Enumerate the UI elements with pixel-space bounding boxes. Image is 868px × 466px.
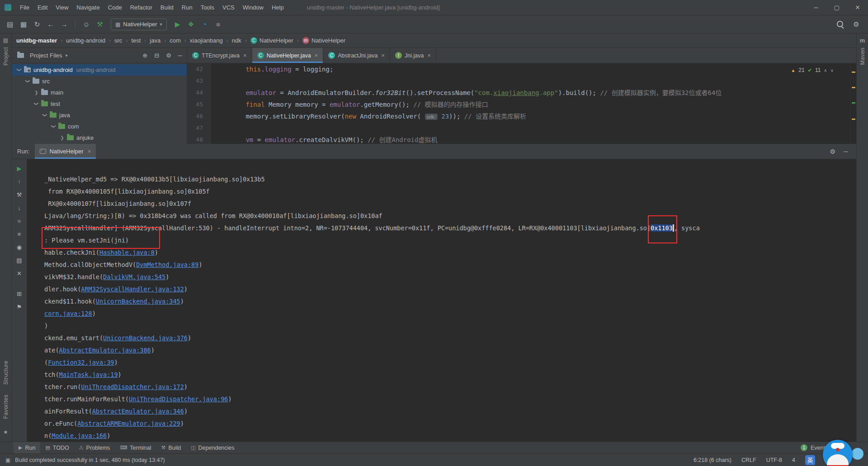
- locate-file-icon[interactable]: ⊕: [142, 52, 147, 59]
- doraemon-sticker[interactable]: [823, 440, 853, 466]
- close-tab-icon[interactable]: ×: [427, 52, 431, 59]
- tool-window-todo[interactable]: ▤TODO: [40, 442, 74, 453]
- code-line[interactable]: 48 vm = emulator.createDalvikVM(); // 创建…: [187, 134, 850, 144]
- build-project-icon[interactable]: ⚒: [94, 18, 106, 31]
- close-tab-icon[interactable]: ×: [243, 52, 247, 59]
- indent-size[interactable]: 4: [792, 457, 795, 463]
- tool-window-build[interactable]: ⚒Build: [156, 442, 186, 453]
- minimize-button[interactable]: ─: [806, 0, 826, 15]
- stack-trace-link[interactable]: MainTask.java:19: [59, 371, 118, 378]
- hide-panel-icon[interactable]: ─: [844, 148, 848, 155]
- code-line[interactable]: 42 this.logging = logging;: [187, 63, 850, 75]
- tool-window-terminal[interactable]: ⌨Terminal: [115, 442, 156, 453]
- tab-NativeHelper.java[interactable]: CNativeHelper.java×: [252, 48, 324, 63]
- print-console-icon[interactable]: ▤: [15, 256, 24, 265]
- menu-item-view[interactable]: View: [52, 0, 72, 15]
- stack-trace-link[interactable]: Hashable.java:8: [99, 249, 155, 256]
- expand-arrow-icon[interactable]: ❯: [33, 90, 40, 95]
- menu-item-code[interactable]: Code: [104, 0, 126, 15]
- stack-trace-link[interactable]: UnicornBackend.java:376: [103, 334, 188, 342]
- close-button[interactable]: ✕: [847, 0, 868, 15]
- tool-window-problems[interactable]: ⚠Problems: [74, 442, 115, 453]
- stack-trace-link[interactable]: Function32.java:39: [48, 359, 114, 366]
- tab-TTEncrypt.java[interactable]: CTTEncrypt.java×: [187, 48, 252, 63]
- tab-Jni.java[interactable]: IJni.java×: [390, 48, 436, 63]
- screenshot-icon[interactable]: ◉: [15, 243, 24, 252]
- breadcrumb-item[interactable]: java: [150, 37, 160, 44]
- search-everywhere-button[interactable]: [834, 18, 846, 31]
- stack-trace-link[interactable]: AbstractEmulator.java:346: [92, 408, 184, 415]
- inspection-widget[interactable]: ▲ 21 ✔ 11 ∧ ∨: [791, 67, 834, 73]
- file-encoding[interactable]: UTF-8: [766, 457, 782, 463]
- menu-item-vcs[interactable]: VCS: [218, 0, 239, 15]
- user-icon[interactable]: ☺: [80, 18, 93, 31]
- menu-item-build[interactable]: Build: [156, 0, 178, 15]
- close-tab-icon[interactable]: ×: [381, 52, 385, 59]
- collapse-arrow-icon[interactable]: ❯: [17, 66, 22, 74]
- tree-item-main[interactable]: ❯main: [12, 87, 187, 98]
- code-line[interactable]: 46 memory.setLibraryResolver(new Android…: [187, 110, 850, 122]
- menu-item-window[interactable]: Window: [239, 0, 268, 15]
- small-sticker[interactable]: [852, 448, 863, 460]
- menu-item-file[interactable]: File: [16, 0, 33, 15]
- scroll-down-button[interactable]: ↓: [15, 203, 24, 212]
- debug-button[interactable]: ❖: [185, 18, 198, 31]
- menu-item-tools[interactable]: Tools: [197, 0, 218, 15]
- line-separator[interactable]: CRLF: [741, 457, 756, 463]
- cursor-position[interactable]: 6:218 (6 chars): [693, 457, 731, 463]
- tab-AbstractJni.java[interactable]: CAbstractJni.java×: [323, 48, 390, 63]
- collapse-arrow-icon[interactable]: ❯: [51, 123, 56, 130]
- tool-window-run[interactable]: ▶Run: [14, 442, 40, 453]
- code-line[interactable]: 44 emulator = AndroidEmulatorBuilder.for…: [187, 87, 850, 99]
- console[interactable]: _NativeHelper_md5 => RX@0x400013b5[libxi…: [27, 159, 856, 442]
- warning-mark[interactable]: [852, 87, 855, 88]
- collapse-all-icon[interactable]: ⊟: [154, 52, 159, 59]
- stop-button[interactable]: ■: [15, 216, 24, 225]
- open-project-icon[interactable]: ▤: [4, 18, 16, 31]
- breadcrumb-item[interactable]: unidbg-master: [16, 37, 57, 44]
- tool-window-dependencies[interactable]: ◫Dependencies: [186, 442, 239, 453]
- tree-item-unidbg-android[interactable]: ❯unidbg-androidunidbg-android: [12, 64, 187, 76]
- close-tab-icon[interactable]: ×: [315, 52, 318, 59]
- breadcrumb-item[interactable]: src: [114, 37, 122, 44]
- close-tab-icon[interactable]: ×: [88, 148, 91, 155]
- clear-console-icon[interactable]: ✕: [15, 269, 24, 278]
- settings-button[interactable]: ⚙: [850, 18, 863, 31]
- status-icon[interactable]: ▣: [5, 457, 10, 463]
- code-area[interactable]: 42 this.logging = logging;4344 emulator …: [187, 63, 850, 144]
- prev-warning-icon[interactable]: ∧: [824, 68, 827, 73]
- stack-trace-link[interactable]: UnicornBackend.java:345: [96, 298, 180, 305]
- tree-item-com[interactable]: ❯com: [12, 121, 187, 132]
- stack-trace-link[interactable]: AbstractARMEmulator.java:229: [77, 420, 180, 427]
- warning-mark[interactable]: [852, 71, 855, 73]
- project-view-selector[interactable]: Project Files: [30, 52, 62, 59]
- stack-trace-link[interactable]: DalvikVM.java:545: [103, 273, 165, 281]
- menu-item-help[interactable]: Help: [268, 0, 288, 15]
- save-all-icon[interactable]: ▦: [17, 18, 30, 31]
- back-icon[interactable]: ←: [44, 18, 57, 31]
- run-config-selector[interactable]: ▦ NativeHelper ▾: [111, 19, 167, 30]
- scroll-up-button[interactable]: ↑: [15, 177, 24, 186]
- stack-trace-link[interactable]: Module.java:166: [52, 432, 107, 439]
- menu-item-run[interactable]: Run: [178, 0, 197, 15]
- structure-stripe-button[interactable]: Structure: [3, 361, 9, 385]
- breadcrumb-item[interactable]: xiaojianbang: [190, 37, 223, 44]
- maven-stripe-button[interactable]: m Maven: [857, 37, 868, 65]
- project-stripe-button[interactable]: ▤ Project: [0, 37, 11, 66]
- next-warning-icon[interactable]: ∨: [830, 68, 834, 73]
- code-line[interactable]: 45 final Memory memory = emulator.getMem…: [187, 99, 850, 110]
- tree-item-test[interactable]: ❯test: [12, 98, 187, 109]
- rerun-button[interactable]: ▶: [15, 164, 24, 173]
- breadcrumb-item[interactable]: ndk: [232, 37, 241, 44]
- error-stripe[interactable]: [850, 63, 856, 144]
- pin-tab-icon[interactable]: ⚑: [15, 302, 24, 311]
- breadcrumb-item[interactable]: CNativeHelper: [250, 37, 293, 44]
- stack-trace-link[interactable]: UniThreadDispatcher.java:96: [129, 395, 228, 403]
- breadcrumb-item[interactable]: mNativeHelper: [302, 37, 345, 44]
- menu-item-navigate[interactable]: Navigate: [72, 0, 104, 15]
- collapse-arrow-icon[interactable]: ❯: [25, 77, 30, 85]
- stack-trace-link[interactable]: AbstractEmulator.java:386: [59, 347, 151, 354]
- tree-item-anjuke[interactable]: ❯anjuke: [12, 132, 187, 143]
- forward-icon[interactable]: →: [58, 18, 71, 31]
- expand-arrow-icon[interactable]: ❯: [58, 135, 66, 140]
